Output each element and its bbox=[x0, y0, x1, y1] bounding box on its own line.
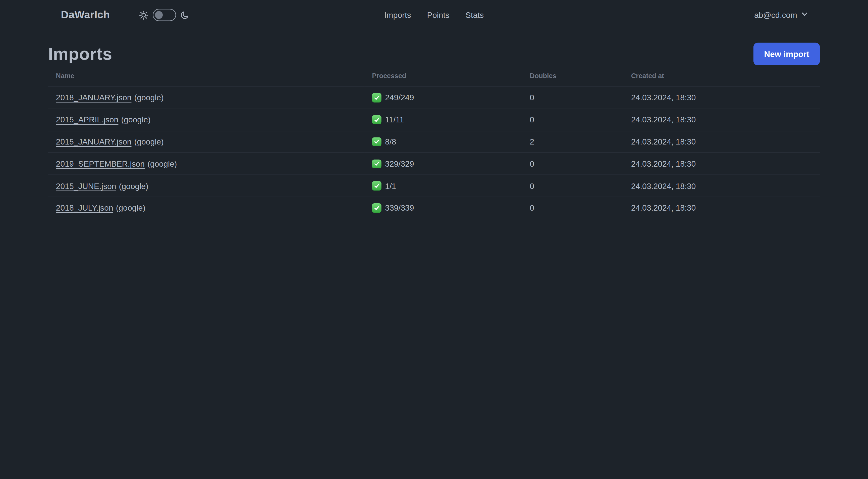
column-header-name: Name bbox=[48, 65, 365, 87]
theme-switch[interactable] bbox=[152, 9, 176, 21]
doubles-cell: 0 bbox=[522, 109, 623, 131]
import-source-label: (google) bbox=[119, 181, 149, 190]
theme-toggle-group bbox=[138, 9, 189, 21]
import-source-label: (google) bbox=[121, 115, 150, 124]
green-check-icon bbox=[372, 203, 381, 212]
processed-cell: 1/1 bbox=[364, 175, 522, 197]
doubles-cell: 2 bbox=[522, 131, 623, 153]
import-source-label: (google) bbox=[116, 204, 146, 212]
green-check-icon bbox=[372, 181, 381, 190]
nav-link-imports[interactable]: Imports bbox=[384, 10, 411, 19]
created-at-cell: 24.03.2024, 18:30 bbox=[623, 175, 820, 197]
import-source-label: (google) bbox=[134, 138, 163, 146]
brand-logo[interactable]: DaWarIch bbox=[61, 9, 110, 21]
imports-page: Imports New import Name Processed Double… bbox=[48, 43, 820, 217]
created-at-cell: 24.03.2024, 18:30 bbox=[623, 87, 820, 109]
processed-cell: 329/329 bbox=[364, 153, 522, 175]
chevron-down-icon bbox=[801, 10, 808, 20]
green-check-icon bbox=[372, 137, 381, 146]
name-cell: 2019_SEPTEMBER.json(google) bbox=[48, 153, 365, 175]
table-header-row: Name Processed Doubles Created at bbox=[48, 65, 820, 87]
import-file-link[interactable]: 2018_JANUARY.json bbox=[56, 93, 132, 102]
name-cell: 2015_JANUARY.json(google) bbox=[48, 131, 365, 153]
table-row: 2018_JULY.json(google) 339/339 0 24.03.2… bbox=[48, 197, 820, 217]
doubles-cell: 0 bbox=[522, 197, 623, 217]
created-at-cell: 24.03.2024, 18:30 bbox=[623, 197, 820, 217]
processed-count: 339/339 bbox=[385, 204, 414, 212]
processed-count: 8/8 bbox=[385, 138, 396, 146]
created-at-cell: 24.03.2024, 18:30 bbox=[623, 153, 820, 175]
green-check-icon bbox=[372, 115, 381, 124]
new-import-button[interactable]: New import bbox=[753, 43, 820, 65]
processed-cell: 249/249 bbox=[364, 87, 522, 109]
page-header: Imports New import bbox=[48, 43, 820, 65]
processed-count: 329/329 bbox=[385, 159, 414, 168]
created-at-cell: 24.03.2024, 18:30 bbox=[623, 131, 820, 153]
account-email: ab@cd.com bbox=[754, 10, 797, 19]
name-cell: 2018_JANUARY.json(google) bbox=[48, 87, 365, 109]
import-file-link[interactable]: 2015_JANUARY.json bbox=[56, 138, 132, 146]
dawarich-app: DaWarIch bbox=[0, 0, 868, 217]
created-at-cell: 24.03.2024, 18:30 bbox=[623, 109, 820, 131]
import-file-link[interactable]: 2019_SEPTEMBER.json bbox=[56, 159, 145, 168]
processed-cell: 11/11 bbox=[364, 109, 522, 131]
green-check-icon bbox=[372, 159, 381, 169]
theme-switch-knob bbox=[155, 11, 162, 19]
moon-icon bbox=[180, 10, 189, 19]
main-nav: Imports Points Stats bbox=[384, 10, 484, 19]
imports-table-body: 2018_JANUARY.json(google) 249/249 0 24.0… bbox=[48, 87, 820, 217]
processed-count: 1/1 bbox=[385, 181, 396, 190]
processed-cell: 8/8 bbox=[364, 131, 522, 153]
table-row: 2015_APRIL.json(google) 11/11 0 24.03.20… bbox=[48, 109, 820, 131]
table-row: 2015_JUNE.json(google) 1/1 0 24.03.2024,… bbox=[48, 175, 820, 197]
column-header-doubles: Doubles bbox=[522, 65, 623, 87]
doubles-cell: 0 bbox=[522, 175, 623, 197]
table-row: 2018_JANUARY.json(google) 249/249 0 24.0… bbox=[48, 87, 820, 109]
name-cell: 2018_JULY.json(google) bbox=[48, 197, 365, 217]
import-source-label: (google) bbox=[134, 93, 163, 102]
nav-link-stats[interactable]: Stats bbox=[465, 10, 484, 19]
import-file-link[interactable]: 2015_APRIL.json bbox=[56, 115, 119, 124]
table-row: 2019_SEPTEMBER.json(google) 329/329 0 24… bbox=[48, 153, 820, 175]
account-menu[interactable]: ab@cd.com bbox=[754, 10, 808, 20]
name-cell: 2015_APRIL.json(google) bbox=[48, 109, 365, 131]
processed-cell: 339/339 bbox=[364, 197, 522, 217]
doubles-cell: 0 bbox=[522, 153, 623, 175]
nav-link-points[interactable]: Points bbox=[427, 10, 449, 19]
doubles-cell: 0 bbox=[522, 87, 623, 109]
import-file-link[interactable]: 2018_JULY.json bbox=[56, 204, 113, 212]
navbar: DaWarIch bbox=[0, 0, 868, 30]
imports-table: Name Processed Doubles Created at 2018_J… bbox=[48, 65, 820, 217]
page-title: Imports bbox=[48, 45, 112, 63]
processed-count: 249/249 bbox=[385, 93, 414, 102]
import-file-link[interactable]: 2015_JUNE.json bbox=[56, 181, 116, 190]
green-check-icon bbox=[372, 93, 381, 102]
processed-count: 11/11 bbox=[385, 115, 404, 124]
import-source-label: (google) bbox=[148, 159, 177, 168]
column-header-processed: Processed bbox=[364, 65, 522, 87]
column-header-created-at: Created at bbox=[623, 65, 820, 87]
sun-icon bbox=[138, 10, 148, 20]
table-row: 2015_JANUARY.json(google) 8/8 2 24.03.20… bbox=[48, 131, 820, 153]
name-cell: 2015_JUNE.json(google) bbox=[48, 175, 365, 197]
